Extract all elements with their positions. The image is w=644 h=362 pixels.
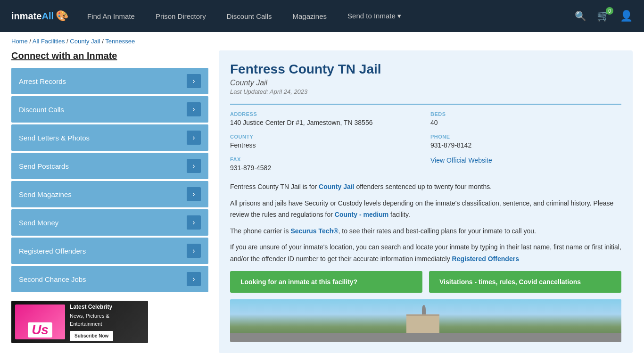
logo-all: All [41, 11, 54, 21]
sidebar-item-second-chance-jobs[interactable]: Second Chance Jobs › [11, 266, 208, 292]
cart-badge: 0 [606, 7, 613, 15]
desc-para-3: The phone carrier is Securus Tech®, to s… [230, 225, 621, 237]
arrow-icon: › [187, 187, 201, 201]
logo-icon: 🎨 [56, 10, 68, 22]
sidebar-item-label: Discount Calls [19, 106, 64, 114]
facility-type: County Jail [230, 79, 621, 87]
securus-link[interactable]: Securus Tech® [290, 227, 338, 235]
sidebar-title: Connect with an Inmate [11, 50, 208, 61]
ad-us-logo: Us [28, 322, 52, 337]
arrow-icon: › [187, 272, 201, 286]
sidebar: Connect with an Inmate Arrest Records › … [11, 50, 219, 353]
description-section: Fentress County TN Jail is for County Ja… [230, 181, 621, 264]
arrow-icon: › [187, 159, 201, 173]
ad-line3: Entertainment [70, 321, 102, 327]
nav-find-inmate[interactable]: Find An Inmate [87, 12, 135, 20]
county-jail-link[interactable]: County Jail [319, 183, 354, 190]
nav-magazines[interactable]: Magazines [293, 12, 327, 20]
arrow-icon: › [187, 215, 201, 230]
sidebar-item-label: Arrest Records [19, 77, 66, 85]
cart-icon[interactable]: 🛒 0 [597, 10, 610, 22]
action-buttons: Looking for an inmate at this facility? … [230, 271, 621, 293]
sidebar-menu: Arrest Records › Discount Calls › Send L… [11, 68, 208, 292]
logo-inmate: inmate [11, 11, 41, 21]
arrow-icon: › [187, 74, 201, 88]
sidebar-item-send-magazines[interactable]: Send Magazines › [11, 181, 208, 207]
registered-offenders-link[interactable]: Registered Offenders [452, 255, 519, 263]
find-inmate-btn[interactable]: Looking for an inmate at this facility? [230, 271, 422, 293]
logo[interactable]: inmateAll 🎨 [11, 10, 68, 22]
sidebar-item-label: Send Postcards [19, 162, 69, 170]
website-link[interactable]: View Official Website [430, 156, 492, 164]
arrow-icon: › [187, 244, 201, 258]
fax-block: FAX 931-879-4582 [230, 156, 421, 172]
nav-prison-directory[interactable]: Prison Directory [156, 12, 206, 20]
visitations-btn[interactable]: Visitations - times, rules, Covid cancel… [429, 271, 621, 293]
sidebar-item-label: Send Magazines [19, 190, 72, 198]
arrow-icon: › [187, 131, 201, 145]
website-block: View Official Website [430, 156, 621, 172]
sidebar-item-send-letters[interactable]: Send Letters & Photos › [11, 124, 208, 151]
arrow-icon: › [187, 102, 201, 116]
sidebar-ad[interactable]: Us Latest Celebrity News, Pictures & Ent… [11, 301, 148, 343]
breadcrumb-all-facilities[interactable]: All Facilities [33, 38, 65, 45]
nav-discount-calls[interactable]: Discount Calls [227, 12, 272, 20]
facility-updated: Last Updated: April 24, 2023 [230, 88, 621, 95]
nav-right: 🔍 🛒 0 👤 [575, 10, 633, 22]
ad-subscribe-btn[interactable]: Subscribe Now [70, 331, 113, 341]
county-medium-link[interactable]: County - medium [335, 211, 388, 218]
phone-label: PHONE [430, 134, 621, 140]
sidebar-item-registered-offenders[interactable]: Registered Offenders › [11, 238, 208, 264]
county-value: Fentress [230, 141, 421, 149]
sidebar-item-label: Send Letters & Photos [19, 134, 90, 142]
user-icon[interactable]: 👤 [620, 10, 633, 22]
sidebar-item-send-money[interactable]: Send Money › [11, 209, 208, 236]
county-label: COUNTY [230, 134, 421, 140]
fax-value: 931-879-4582 [230, 164, 421, 172]
main-container: Connect with an Inmate Arrest Records › … [0, 50, 644, 362]
nav-send-to-inmate[interactable]: Send to Inmate ▾ [347, 12, 401, 20]
ad-line2: News, Pictures & [70, 313, 109, 319]
breadcrumb-home[interactable]: Home [11, 38, 28, 45]
info-grid: ADDRESS 140 Justice Center Dr #1, Jamest… [230, 104, 621, 172]
sidebar-item-arrest-records[interactable]: Arrest Records › [11, 68, 208, 94]
beds-block: BEDS 40 [430, 111, 621, 126]
content-panel: Fentress County TN Jail County Jail Last… [219, 50, 633, 353]
ad-text: Latest Celebrity News, Pictures & Entert… [70, 303, 144, 341]
navbar: inmateAll 🎨 Find An Inmate Prison Direct… [0, 0, 644, 32]
address-value: 140 Justice Center Dr #1, Jamestown, TN … [230, 119, 421, 126]
sidebar-item-label: Second Chance Jobs [19, 275, 86, 283]
phone-block: PHONE 931-879-8142 [430, 134, 621, 149]
search-icon[interactable]: 🔍 [575, 10, 586, 22]
fax-label: FAX [230, 156, 421, 162]
sidebar-item-send-postcards[interactable]: Send Postcards › [11, 153, 208, 179]
sidebar-item-label: Send Money [19, 219, 58, 227]
breadcrumb-county-jail[interactable]: County Jail [70, 38, 100, 45]
county-block: COUNTY Fentress [230, 134, 421, 149]
facility-title: Fentress County TN Jail [230, 62, 621, 77]
facility-image [230, 299, 621, 342]
breadcrumb: Home / All Facilities / County Jail / Te… [0, 32, 644, 50]
sidebar-item-label: Registered Offenders [19, 247, 86, 255]
address-label: ADDRESS [230, 111, 421, 117]
desc-para-4: If you are unsure of your inmate's locat… [230, 241, 621, 264]
phone-value: 931-879-8142 [430, 141, 621, 149]
beds-value: 40 [430, 119, 621, 126]
breadcrumb-state[interactable]: Tennessee [105, 38, 135, 45]
nav-links: Find An Inmate Prison Directory Discount… [87, 12, 575, 20]
desc-para-2: All prisons and jails have Security or C… [230, 197, 621, 221]
desc-para-1: Fentress County TN Jail is for County Ja… [230, 181, 621, 193]
address-block: ADDRESS 140 Justice Center Dr #1, Jamest… [230, 111, 421, 126]
sidebar-item-discount-calls[interactable]: Discount Calls › [11, 96, 208, 123]
ad-line1: Latest Celebrity [70, 303, 144, 312]
beds-label: BEDS [430, 111, 621, 117]
